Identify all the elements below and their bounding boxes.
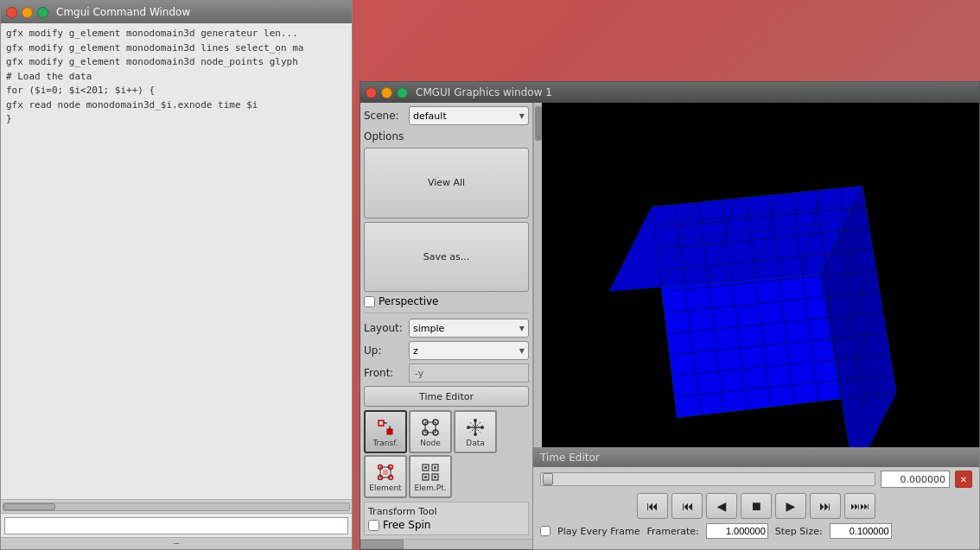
save-as-button[interactable]: Save as... <box>364 222 529 293</box>
svg-point-38 <box>434 476 436 478</box>
cmd-line-4: # Load the data <box>6 70 347 85</box>
perspective-checkbox[interactable] <box>364 296 375 307</box>
cmd-title: Cmgui Command Window <box>56 6 190 18</box>
cmd-line-3: gfx modify g_element monodomain3d node_p… <box>6 55 347 70</box>
step-size-input[interactable] <box>830 523 892 539</box>
time-editor-bar: Time Editor 0.000000 ✕ ⏮ ⏭ ◀ ⏹ ▶ ⏭ ⏭⏭ Pl… <box>532 447 980 550</box>
free-spin-row: Free Spin <box>368 519 525 531</box>
layout-value: simple <box>413 323 444 334</box>
te-next-btn[interactable]: ⏭ <box>810 493 841 519</box>
options-label: Options <box>364 129 529 144</box>
scene-label: Scene: <box>364 110 405 122</box>
tool-data[interactable]: Data <box>454 410 497 453</box>
te-value-box: 0.000000 <box>881 471 950 488</box>
elem-pt-icon <box>420 462 441 483</box>
layout-arrow: ▼ <box>519 325 525 332</box>
up-arrow: ▼ <box>519 347 525 355</box>
svg-point-35 <box>424 466 427 469</box>
te-back-btn[interactable]: ◀ <box>706 493 737 519</box>
cmd-line-1: gfx modify g_element monodomain3d genera… <box>6 27 347 41</box>
perspective-label: Perspective <box>379 295 439 307</box>
free-spin-checkbox[interactable] <box>368 520 379 531</box>
te-slider-thumb[interactable] <box>543 473 553 485</box>
scroll-thumb[interactable] <box>3 503 55 510</box>
cmd-bottom-scrollbar: ─ <box>1 537 352 549</box>
tool-node[interactable]: Node <box>409 410 452 453</box>
scene-value: default <box>413 111 447 122</box>
te-slider[interactable] <box>540 472 875 486</box>
cmd-hscrollbar[interactable] <box>1 499 352 513</box>
te-options-row: Play Every Frame Framerate: Step Size: <box>533 521 979 541</box>
te-close-btn[interactable]: ✕ <box>955 471 972 488</box>
close-btn[interactable] <box>6 7 17 18</box>
play-every-frame-checkbox[interactable] <box>540 526 550 536</box>
gfx-titlebar: CMGUI Graphics window 1 <box>360 82 979 103</box>
svg-rect-30 <box>383 470 388 475</box>
cmd-line-5: for ($i=0; $i<201; $i++) { <box>6 84 347 98</box>
tool-elem-pt[interactable]: Elem.Pt. <box>409 455 452 498</box>
layout-dropdown[interactable]: simple ▼ <box>409 319 529 338</box>
scene-row: Scene: default ▼ <box>364 106 529 125</box>
time-editor-button[interactable]: Time Editor <box>364 386 529 407</box>
cmd-input-row <box>1 513 352 537</box>
tools-grid: Transf. <box>364 410 529 498</box>
gfx-min-btn[interactable] <box>381 87 392 98</box>
framerate-label: Framerate: <box>646 526 698 537</box>
framerate-input[interactable] <box>706 523 768 539</box>
svg-rect-0 <box>379 420 384 426</box>
gfx-close-btn[interactable] <box>366 87 377 98</box>
front-row: Front: -y <box>364 364 529 382</box>
node-label: Node <box>420 439 441 447</box>
te-play-btn[interactable]: ▶ <box>775 493 806 519</box>
gfx-panel-outer: Scene: default ▼ Options View All Save a… <box>360 103 542 539</box>
te-title-label: Time Editor <box>540 452 600 464</box>
front-value: -y <box>409 364 529 382</box>
data-label: Data <box>466 439 485 447</box>
te-title: Time Editor <box>533 448 979 467</box>
perspective-row: Perspective <box>364 295 529 307</box>
tools-row-2: Element <box>364 455 529 498</box>
view-all-button[interactable]: View All <box>364 148 529 218</box>
te-end-btn[interactable]: ⏭⏭ <box>844 493 875 519</box>
free-spin-label: Free Spin <box>383 519 430 531</box>
svg-point-19 <box>480 426 484 429</box>
te-prev-btn[interactable]: ⏭ <box>671 493 703 519</box>
te-rewind-btn[interactable]: ⏮ <box>637 493 668 519</box>
minimize-btn[interactable] <box>22 7 33 18</box>
cmd-titlebar: Cmgui Command Window <box>1 1 352 23</box>
transform-tool-label: Transform Tool <box>368 506 525 517</box>
divider-1 <box>364 313 529 313</box>
up-dropdown[interactable]: z ▼ <box>409 341 529 360</box>
te-controls-row: ⏮ ⏭ ◀ ⏹ ▶ ⏭ ⏭⏭ <box>533 491 979 521</box>
command-window: Cmgui Command Window gfx modify g_elemen… <box>0 0 353 550</box>
layout-row: Layout: simple ▼ <box>364 319 529 338</box>
maximize-btn[interactable] <box>37 7 48 18</box>
scroll-track[interactable] <box>3 503 350 511</box>
element-label: Element <box>369 484 401 492</box>
up-value: z <box>413 345 418 357</box>
tool-transform[interactable]: Transf. <box>364 410 407 453</box>
cmd-line-7: } <box>6 112 347 127</box>
svg-point-36 <box>434 466 436 469</box>
cmd-bottom-indicator: ─ <box>174 539 179 548</box>
tool-element[interactable]: Element <box>364 455 407 498</box>
step-size-label: Step Size: <box>775 526 823 537</box>
transform-label: Transf. <box>372 439 398 447</box>
gfx-scroll-thumb[interactable] <box>360 540 404 549</box>
node-icon <box>420 417 441 438</box>
dropdown-arrow: ▼ <box>519 112 525 120</box>
svg-rect-1 <box>387 429 392 434</box>
panel-scrollbar-thumb[interactable] <box>535 106 542 141</box>
te-stop-btn[interactable]: ⏹ <box>741 493 772 519</box>
cmd-input[interactable] <box>4 517 348 534</box>
transform-section: Transform Tool Free Spin <box>364 502 529 535</box>
layout-label: Layout: <box>364 322 405 334</box>
gfx-max-btn[interactable] <box>397 87 408 98</box>
svg-point-37 <box>424 476 427 478</box>
te-slider-row: 0.000000 ✕ <box>533 467 979 491</box>
gfx-title: CMGUI Graphics window 1 <box>416 86 552 98</box>
up-row: Up: z ▼ <box>364 341 529 360</box>
svg-point-20 <box>474 419 477 422</box>
svg-point-21 <box>474 433 477 436</box>
scene-dropdown[interactable]: default ▼ <box>409 106 529 125</box>
